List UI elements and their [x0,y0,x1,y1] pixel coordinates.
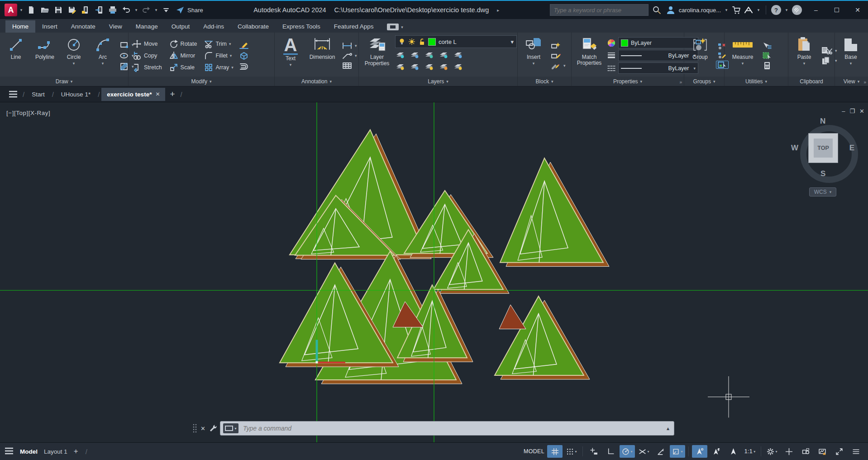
panel-label-annotation[interactable]: Annotation▾ [275,77,358,86]
autocad-logo-icon[interactable]: A [5,4,17,16]
erase-button[interactable] [238,40,250,49]
ribbon-tab-home[interactable]: Home [5,20,35,33]
tree-polygon[interactable] [500,158,603,262]
window-maximize-button[interactable]: ☐ [826,1,847,19]
open-file-button[interactable] [39,4,51,16]
ribbon-tab-insert[interactable]: Insert [35,20,64,33]
customization-menu[interactable] [848,445,863,458]
plot-button[interactable] [107,4,119,16]
array-button[interactable]: Array▾ [203,62,234,73]
polyline-button[interactable]: Polyline [32,35,58,76]
app-menu-caret-icon[interactable]: ▾ [19,8,24,12]
ribbon-tab-featured-apps[interactable]: Featured Apps [327,20,381,33]
tree-accent-polygon[interactable] [499,305,526,329]
arc-button[interactable]: Arc ▾ [90,35,116,76]
new-file-button[interactable] [25,4,37,16]
isolate-objects-toggle[interactable] [798,445,813,458]
user-name[interactable]: carolina.roque... [679,7,721,14]
graphics-performance-toggle[interactable] [815,445,830,458]
dynamic-input-toggle[interactable] [586,445,601,458]
autodesk-logo-icon[interactable] [744,5,753,14]
rotate-button[interactable]: Rotate [168,38,199,49]
edit-attributes-button[interactable]: ▾ [549,62,567,70]
layer-tool-icon[interactable] [410,62,420,72]
model-tab[interactable]: Model [20,448,38,455]
undo-button[interactable] [120,4,132,16]
command-options-icon[interactable]: ▾ [223,423,238,433]
status-menu-icon[interactable] [5,447,14,456]
clean-screen-toggle[interactable] [831,445,847,458]
quick-select-button[interactable] [761,42,773,50]
snap-toggle[interactable]: ▾ [564,445,579,458]
compass-west-label[interactable]: W [791,144,798,153]
layer-on-icon[interactable] [398,38,405,45]
save-as-button[interactable] [66,4,78,16]
file-tab-start[interactable]: Start [26,88,50,101]
dimension-button[interactable]: Dimension [306,35,338,76]
command-tools-icon[interactable] [209,424,217,432]
help-icon[interactable]: ? [771,5,781,15]
compass-south-label[interactable]: S [820,169,825,178]
compass-north-label[interactable]: N [820,117,825,126]
model-space-toggle[interactable]: MODEL [522,445,546,458]
viewcube[interactable]: N W E S TOP WCS▾ [787,118,858,196]
insert-button[interactable]: Insert ▾ [520,35,547,76]
layer-color-swatch[interactable] [428,38,436,46]
redo-caret-icon[interactable]: ▾ [154,8,158,12]
group-button[interactable]: Group [687,35,713,76]
save-to-mobile-button[interactable] [93,4,105,16]
window-minimize-button[interactable]: – [806,1,826,19]
panel-label-layers[interactable]: Layers▾ [359,77,517,86]
layer-tool-icon[interactable] [439,62,449,72]
panel-label-modify[interactable]: Modify▾ [129,77,274,86]
ribbon-tab-annotate[interactable]: Annotate [64,20,102,33]
feedback-icon[interactable] [792,5,802,15]
panel-label-block[interactable]: Block▾ [518,77,571,86]
layout1-tab[interactable]: Layout 1 [44,448,67,455]
layer-dropdown-caret-icon[interactable]: ▾ [510,38,514,45]
leader-button[interactable]: ▾ [341,52,358,60]
line-button[interactable]: Line [3,35,29,76]
crosshair-customize[interactable] [781,445,796,458]
layer-tool-icon[interactable] [395,62,406,72]
explode-icon-button[interactable] [238,51,250,60]
polar-tracking-toggle[interactable]: ▾ [620,445,635,458]
paste-button[interactable]: Paste ▾ [791,35,817,76]
panel-label-view[interactable]: View▾» [835,77,868,86]
layer-tool-icon[interactable] [424,50,435,60]
layer-tool-icon[interactable] [410,50,420,60]
save-button[interactable] [52,4,64,16]
color-wheel-icon[interactable] [607,38,616,48]
ortho-toggle[interactable] [603,445,618,458]
help-caret-icon[interactable]: ▾ [784,8,789,12]
copy-button[interactable]: Copy [131,50,163,61]
panel-label-properties[interactable]: Properties▾» [572,77,684,86]
open-from-mobile-button[interactable] [80,4,91,16]
measure-button[interactable]: Measure ▾ [727,35,758,76]
layer-dropdown[interactable]: corte L ▾ [395,35,517,48]
circle-button[interactable]: Circle ▾ [61,35,87,76]
layer-tool-icon[interactable] [453,50,464,60]
annotation-autoscale-toggle[interactable] [709,445,724,458]
file-tab-uhouse-1[interactable]: UHouse 1* [56,88,96,101]
offset-button[interactable] [238,62,250,71]
panel-label-groups[interactable]: Groups▾ [684,77,724,86]
file-tab-close-icon[interactable]: ✕ [155,91,160,97]
properties-dialog-launcher[interactable]: » [679,80,682,85]
create-block-button[interactable] [549,42,567,50]
fillet-button[interactable]: Fillet▾ [203,50,234,61]
isodraft-toggle[interactable]: ▾ [636,445,652,458]
workspace-switching[interactable]: ▾ [764,445,780,458]
mirror-button[interactable]: Mirror [168,50,199,61]
edit-block-button[interactable] [549,52,567,60]
grid-toggle[interactable] [547,445,563,458]
annotation-scale-value[interactable]: 1:1▾ [742,445,758,458]
window-close-button[interactable]: ✕ [847,1,868,19]
search-input[interactable] [550,4,649,16]
redo-button[interactable] [140,4,152,16]
layer-properties-button[interactable]: Layer Properties [362,35,392,76]
wcs-menu[interactable]: WCS▾ [809,187,837,196]
layer-unlock-icon[interactable] [418,38,425,45]
file-tab-exercicio-teste[interactable]: exercicio teste*✕ [101,88,165,101]
command-input[interactable] [242,424,663,432]
